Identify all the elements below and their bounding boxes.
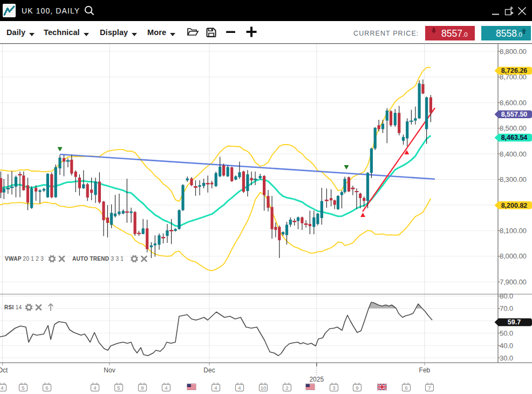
svg-text:4: 4 (214, 385, 217, 391)
svg-text:7: 7 (428, 385, 431, 391)
svg-text:8,500.00: 8,500.00 (500, 124, 527, 132)
svg-text:8,800.00: 8,800.00 (500, 47, 527, 56)
svg-text:8,726.26: 8,726.26 (501, 67, 528, 74)
svg-text:8,100.00: 8,100.00 (500, 227, 527, 235)
svg-text:2: 2 (285, 385, 288, 391)
svg-text:4: 4 (238, 385, 241, 391)
svg-text:10: 10 (261, 385, 267, 391)
svg-text:8,300.00: 8,300.00 (500, 175, 527, 184)
svg-text:8,463.54: 8,463.54 (501, 134, 528, 141)
svg-text:Feb: Feb (419, 366, 431, 374)
svg-text:Oct: Oct (0, 366, 8, 374)
svg-text:8,000.00: 8,000.00 (500, 252, 527, 260)
svg-text:50.0: 50.0 (500, 329, 513, 337)
svg-text:30.0: 30.0 (500, 354, 513, 362)
svg-text:8,557.50: 8,557.50 (501, 111, 528, 118)
svg-text:6: 6 (405, 385, 407, 391)
svg-text:4: 4 (93, 385, 96, 391)
svg-text:5: 5 (22, 385, 24, 391)
svg-text:4: 4 (1, 385, 3, 391)
svg-text:8: 8 (141, 385, 144, 391)
svg-text:70.0: 70.0 (500, 304, 513, 313)
svg-text:Nov: Nov (104, 366, 115, 374)
svg-text:5: 5 (117, 385, 120, 391)
svg-text:40.0: 40.0 (500, 342, 513, 350)
svg-text:8,400.00: 8,400.00 (500, 150, 527, 158)
svg-text:80.0: 80.0 (500, 292, 513, 300)
svg-text:9: 9 (356, 385, 358, 391)
svg-text:8,200.82: 8,200.82 (501, 202, 528, 209)
svg-text:8,600.00: 8,600.00 (500, 99, 527, 107)
svg-text:Dec: Dec (203, 366, 215, 374)
svg-text:6: 6 (45, 385, 48, 391)
svg-text:2025: 2025 (309, 376, 324, 383)
svg-text:7,900.00: 7,900.00 (500, 278, 527, 286)
svg-text:4: 4 (165, 385, 167, 391)
svg-text:59.7: 59.7 (508, 318, 521, 326)
svg-text:3: 3 (332, 385, 335, 391)
